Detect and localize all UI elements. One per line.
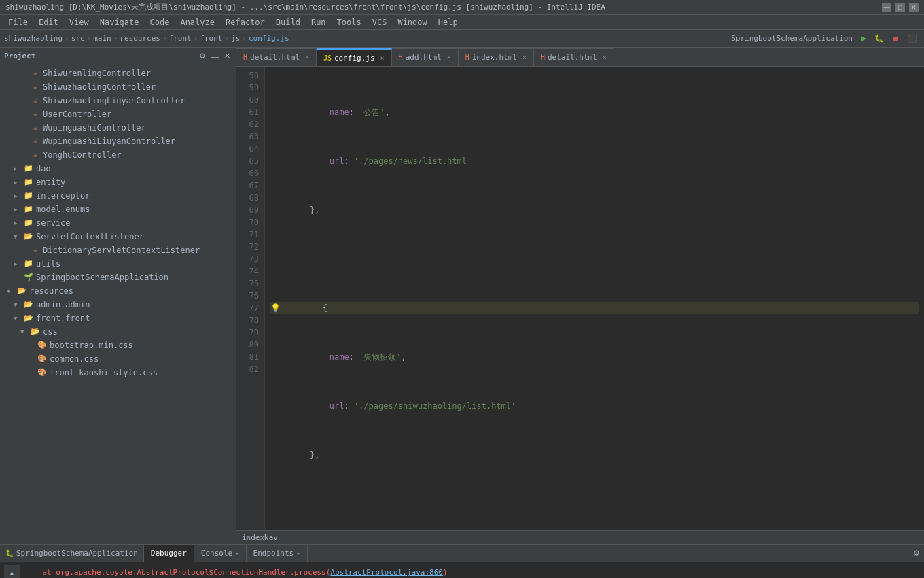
debug-button[interactable]: 🐛 [872, 33, 887, 44]
tab-console[interactable]: Console ▾ [194, 545, 247, 562]
tree-item-user[interactable]: ☕ UserController [0, 107, 236, 121]
sidebar-collapse-button[interactable]: — [210, 52, 220, 61]
tree-item-common-css[interactable]: 🎨 common.css [0, 352, 236, 366]
tab-close-button[interactable]: × [305, 54, 309, 61]
folder-open-icon: 📂 [30, 327, 41, 337]
breadcrumb-front2[interactable]: front [200, 34, 222, 43]
code-line-66 [270, 498, 919, 510]
breadcrumb-resources[interactable]: resources [120, 34, 160, 43]
tree-item-yonghu[interactable]: ☕ YonghuController [0, 148, 236, 162]
menu-vcs[interactable]: VCS [367, 16, 393, 29]
tree-item-shiwuzhaolingliuyan[interactable]: ☕ ShiwuzhaolingLiuyanController [0, 94, 236, 107]
tree-label: SpringbootSchemaApplication [36, 273, 168, 282]
close-button[interactable]: ✕ [909, 3, 919, 12]
tree-item-servletcontextlistener[interactable]: ▼ 📂 ServletContextListener [0, 230, 236, 243]
tree-item-bootstrap-css[interactable]: 🎨 bootstrap.min.css [0, 339, 236, 352]
tree-label: ShiwuzhaolingController [43, 82, 156, 92]
html-tab-icon: H [541, 54, 545, 61]
tree-item-admin[interactable]: ▼ 📂 admin.admin [0, 298, 236, 311]
breadcrumb-front1[interactable]: front [169, 34, 192, 43]
tree-item-springbootapp[interactable]: 🌱 SpringbootSchemaApplication [0, 271, 236, 284]
tab-detail-html-2[interactable]: H detail.html × [534, 48, 614, 66]
html-tab-icon: H [399, 54, 403, 61]
tree-item-entity[interactable]: ▶ 📁 entity [0, 175, 236, 189]
sidebar-settings-button[interactable]: ⚙ [198, 52, 207, 61]
css-icon: 🎨 [37, 341, 48, 350]
tab-endpoints[interactable]: Endpoints ▾ [247, 545, 308, 562]
tree-label: admin.admin [36, 300, 90, 309]
tree-item-shiwuzhaoling[interactable]: ☕ ShiwuzhaolingController [0, 80, 236, 94]
tree-item-dao[interactable]: ▶ 📁 dao [0, 162, 236, 175]
tab-config-js[interactable]: JS config.js × [317, 48, 392, 66]
run-button[interactable]: ▶ [858, 33, 869, 44]
sidebar-close-button[interactable]: ✕ [223, 52, 232, 61]
tab-close-button[interactable]: × [380, 54, 385, 62]
menu-bar: File Edit View Navigate Code Analyze Ref… [0, 15, 924, 30]
breadcrumb-src[interactable]: src [71, 34, 85, 43]
tree-label: entity [36, 177, 65, 187]
tree-item-interceptor[interactable]: ▶ 📁 interceptor [0, 189, 236, 203]
tree-item-front[interactable]: ▼ 📂 front.front [0, 311, 236, 325]
tree-item-resources[interactable]: ▼ 📂 resources [0, 284, 236, 298]
tab-label: config.js [334, 54, 375, 63]
tree-item-css-folder[interactable]: ▼ 📂 css [0, 325, 236, 339]
stop-button[interactable]: ⏹ [889, 33, 902, 44]
log-link[interactable]: AbstractProtocol.java:860 [330, 568, 443, 577]
tab-close-button[interactable]: × [522, 54, 527, 61]
main-layout: Project ⚙ — ✕ ☕ ShiwurenlingController ☕… [0, 48, 924, 544]
menu-run[interactable]: Run [306, 16, 332, 29]
breadcrumb-main[interactable]: main [93, 34, 111, 43]
tab-detail-html-1[interactable]: H detail.html × [236, 48, 317, 66]
tree-label: interceptor [36, 191, 90, 201]
tree-label: ShiwuzhaolingLiuyanController [43, 96, 185, 105]
breadcrumb-project[interactable]: shiwuzhaoling [4, 34, 63, 43]
bottom-settings-button[interactable]: ⚙ [913, 549, 920, 558]
tree-label: YonghuController [43, 150, 122, 160]
code-line-58: name: '公告', [270, 106, 919, 118]
tab-debugger[interactable]: Debugger [144, 545, 194, 562]
html-tab-icon: H [465, 54, 469, 61]
code-line-61 [270, 253, 919, 265]
title-bar: shiwuzhaoling [D:\KK_Movies\未完成项目\shiwuz… [0, 0, 924, 15]
bottom-toolbar: ⚙ [913, 549, 924, 558]
menu-tools[interactable]: Tools [332, 16, 367, 29]
menu-window[interactable]: Window [392, 16, 432, 29]
breadcrumb-js[interactable]: js [231, 34, 240, 43]
console-tab-label: Console [201, 549, 232, 558]
menu-file[interactable]: File [3, 16, 33, 29]
editor-footer: indexNav [236, 530, 924, 544]
tab-add-html[interactable]: H add.html × [392, 48, 459, 66]
menu-analyze[interactable]: Analyze [175, 16, 220, 29]
stop2-button[interactable]: ⬛ [905, 33, 920, 44]
tab-close-button[interactable]: × [603, 54, 607, 61]
tree-item-shiwurenling[interactable]: ☕ ShiwurenlingController [0, 67, 236, 80]
menu-refactor[interactable]: Refactor [220, 16, 270, 29]
menu-help[interactable]: Help [433, 16, 463, 29]
menu-view[interactable]: View [64, 16, 94, 29]
breadcrumb-configjs[interactable]: config.js [249, 34, 289, 43]
menu-navigate[interactable]: Navigate [94, 16, 145, 29]
code-editor[interactable]: 58 59 60 61 62 63 64 65 66 67 68 69 70 7… [236, 67, 924, 530]
menu-code[interactable]: Code [145, 16, 175, 29]
maximize-button[interactable]: □ [895, 3, 905, 12]
tree-label: WupinguashiController [43, 123, 146, 133]
folder-open-icon: 📂 [23, 232, 34, 241]
tree-label: common.css [50, 354, 99, 364]
tab-label: detail.html [250, 53, 300, 62]
project-label: Project [4, 52, 35, 61]
tab-index-html[interactable]: H index.html × [459, 48, 534, 66]
tab-close-button[interactable]: × [447, 54, 451, 61]
tree-item-front-kaoshi-css[interactable]: 🎨 front-kaoshi-style.css [0, 366, 236, 379]
folder-icon: 📁 [23, 191, 34, 201]
tree-item-model-enums[interactable]: ▶ 📁 model.enums [0, 203, 236, 216]
menu-edit[interactable]: Edit [33, 16, 64, 29]
code-content[interactable]: name: '公告', url: './pages/news/list.html… [265, 67, 924, 530]
console-up-button[interactable]: ▲ [7, 568, 17, 578]
menu-build[interactable]: Build [270, 16, 306, 29]
tree-item-service[interactable]: ▶ 📁 service [0, 216, 236, 230]
tree-item-dictionaryservlet[interactable]: ☕ DictionaryServletContextListener [0, 243, 236, 257]
tree-item-wupinguashi[interactable]: ☕ WupinguashiController [0, 121, 236, 135]
tree-item-wupinguashiliuyan[interactable]: ☕ WupinguashiLiuyanController [0, 135, 236, 148]
tree-item-utils[interactable]: ▶ 📁 utils [0, 257, 236, 271]
minimize-button[interactable]: — [882, 3, 891, 12]
